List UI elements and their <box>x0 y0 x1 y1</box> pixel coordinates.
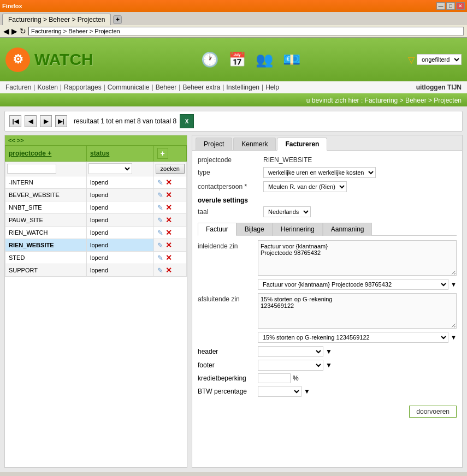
edit-icon[interactable]: ✎ <box>157 266 163 275</box>
calendar-icon[interactable]: 📅 <box>226 49 248 70</box>
contactpersoon-label: contactpersoon * <box>198 183 263 191</box>
delete-icon[interactable]: ✕ <box>165 266 172 275</box>
list-item-code[interactable]: RIEN_WEBSITE <box>5 239 87 252</box>
forward-icon[interactable]: ▶ <box>11 27 17 35</box>
edit-icon[interactable]: ✎ <box>157 241 163 249</box>
list-item-code[interactable]: STED <box>5 252 87 264</box>
minimize-button[interactable]: — <box>436 2 445 10</box>
tab-factuur[interactable]: Factuur <box>198 223 237 236</box>
edit-icon[interactable]: ✎ <box>157 191 163 199</box>
inleidende-textarea[interactable] <box>258 240 457 276</box>
list-item-code[interactable]: BEVER_WEBSITE <box>5 189 87 201</box>
prev-page-button[interactable]: ◀ <box>25 115 37 127</box>
col-projectcode[interactable]: projectcode + <box>5 146 87 162</box>
nav-beheer[interactable]: Beheer <box>156 84 177 91</box>
list-item-status: lopend <box>87 227 153 239</box>
invoice-icon[interactable]: 💶 <box>281 49 303 70</box>
list-item-code[interactable]: NNBT_SITE <box>5 201 87 214</box>
filter-status-select[interactable]: lopend gestopt <box>88 163 132 174</box>
contacts-icon[interactable]: 👥 <box>253 49 275 70</box>
inleidende-template-select[interactable]: Factuur voor {klantnaam} Projectcode 987… <box>258 279 448 290</box>
kredietbeperking-input[interactable] <box>258 373 291 383</box>
top-tabs: Project Kenmerk Factureren <box>192 135 462 151</box>
nav-beheer-extra[interactable]: Beheer extra <box>182 84 220 91</box>
type-select[interactable]: werkelijke uren en werkelijke kosten <box>263 167 376 178</box>
refresh-icon[interactable]: ↻ <box>20 27 26 35</box>
list-nav-arrows[interactable]: << >> <box>8 137 24 144</box>
zoeken-button[interactable]: zoeken <box>156 164 185 174</box>
logout-link[interactable]: uitloggen TIJN <box>416 84 462 91</box>
list-item-code[interactable]: SUPPORT <box>5 264 87 277</box>
delete-icon[interactable]: ✕ <box>165 203 172 212</box>
header-select-icon: ▼ <box>326 348 332 355</box>
maximize-button[interactable]: □ <box>446 2 455 10</box>
delete-icon[interactable]: ✕ <box>165 216 172 224</box>
tab-herinnering[interactable]: Herinnering <box>273 223 323 236</box>
col-status[interactable]: status <box>87 146 153 162</box>
tab-project[interactable]: Project <box>196 138 232 150</box>
nav-rapportages[interactable]: Rapportages <box>64 84 102 91</box>
doorvoeren-button[interactable]: doorvoeren <box>409 406 457 418</box>
edit-icon[interactable]: ✎ <box>157 216 163 224</box>
contactpersoon-select[interactable]: Meulen R. van der (Rien) <box>263 181 347 192</box>
sort-projectcode-link[interactable]: projectcode + <box>9 150 51 157</box>
edit-icon[interactable]: ✎ <box>157 229 163 237</box>
pct-symbol: % <box>293 374 299 382</box>
list-item-code[interactable]: PAUW_SITE <box>5 214 87 227</box>
afsluitende-textarea-wrapper <box>258 293 457 330</box>
afsluitende-textarea[interactable] <box>258 293 457 329</box>
pagination-bar: |◀ ◀ ▶ ▶| resultaat 1 tot en met 8 van t… <box>4 111 463 132</box>
add-project-button[interactable]: + <box>157 148 168 159</box>
excel-export-button[interactable]: X <box>180 114 194 128</box>
new-tab-button[interactable]: + <box>113 15 122 24</box>
filter-select[interactable]: ongefilterd <box>417 54 462 65</box>
sort-status-link[interactable]: status <box>90 150 109 157</box>
filter-area: ▽ ongefilterd <box>408 54 462 65</box>
filter-code-input[interactable] <box>7 164 56 174</box>
afsluitende-template-select[interactable]: 15% storten op G-rekening 1234569122 <box>258 332 448 343</box>
next-page-button[interactable]: ▶ <box>40 115 52 127</box>
tab-aanmaning[interactable]: Aanmaning <box>323 223 373 236</box>
list-item-code[interactable]: RIEN_WATCH <box>5 227 87 239</box>
list-item-actions: ✎ ✕ <box>153 189 186 201</box>
edit-icon[interactable]: ✎ <box>157 254 163 262</box>
form-area: projectcode RIEN_WEBSITE type werkelijke… <box>192 151 462 467</box>
overule-header: overule settings <box>198 197 457 204</box>
list-header: << >> <box>5 135 187 145</box>
delete-icon[interactable]: ✕ <box>165 191 172 199</box>
btw-select[interactable] <box>258 386 302 397</box>
inleidende-label: inleidende zin <box>198 240 258 250</box>
nav-communicatie[interactable]: Communicatie <box>108 84 150 91</box>
header-select[interactable] <box>258 346 323 357</box>
list-item-status: lopend <box>87 239 153 252</box>
nav-help[interactable]: Help <box>265 84 279 91</box>
delete-icon[interactable]: ✕ <box>165 253 172 262</box>
nav-kosten[interactable]: Kosten <box>37 84 57 91</box>
close-button[interactable]: ✕ <box>456 2 465 10</box>
content-area: << >> projectcode + status + <box>4 135 463 468</box>
taal-select[interactable]: Nederlands <box>263 206 311 217</box>
footer-select[interactable] <box>258 360 323 371</box>
tab-factureren[interactable]: Factureren <box>277 138 327 151</box>
last-page-button[interactable]: ▶| <box>55 115 67 127</box>
nav-instellingen[interactable]: Instellingen <box>226 84 259 91</box>
list-item-code[interactable]: -INTERN <box>5 176 87 189</box>
list-item: STED lopend ✎ ✕ <box>5 252 187 264</box>
tab-bijlage[interactable]: Bijlage <box>237 223 273 236</box>
list-item-actions: ✎ ✕ <box>153 176 186 189</box>
address-input[interactable] <box>28 27 464 35</box>
taal-label: taal <box>198 208 263 216</box>
back-icon[interactable]: ◀ <box>3 27 9 35</box>
edit-icon[interactable]: ✎ <box>157 204 163 212</box>
tab-kenmerk[interactable]: Kenmerk <box>233 138 276 150</box>
delete-icon[interactable]: ✕ <box>165 178 172 187</box>
delete-icon[interactable]: ✕ <box>165 241 172 249</box>
col-add[interactable]: + <box>153 146 186 162</box>
first-page-button[interactable]: |◀ <box>9 115 21 127</box>
kredietbeperking-label: kredietbeperking <box>198 374 258 382</box>
nav-facturen[interactable]: Facturen <box>5 84 31 91</box>
edit-icon[interactable]: ✎ <box>157 178 163 187</box>
browser-tab[interactable]: Facturering > Beheer > Projecten <box>2 14 111 25</box>
delete-icon[interactable]: ✕ <box>165 228 172 237</box>
clock-icon[interactable]: 🕐 <box>199 49 221 70</box>
